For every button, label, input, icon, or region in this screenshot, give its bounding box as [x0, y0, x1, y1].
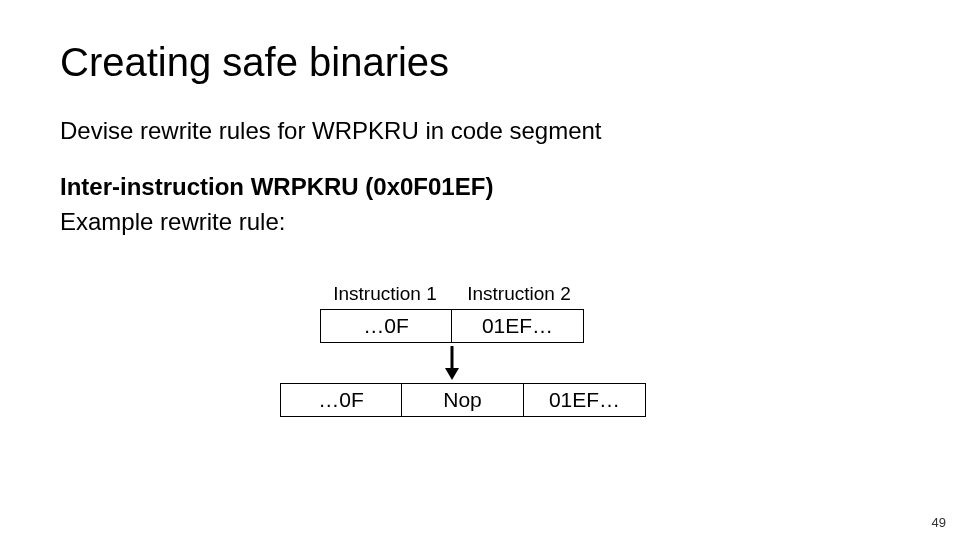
rewrite-diagram: Instruction 1 Instruction 2 …0F 01EF… …0…	[280, 283, 690, 417]
diagram-row-after: …0F Nop 01EF…	[280, 383, 690, 417]
cell-after-3: 01EF…	[524, 383, 646, 417]
cell-before-1: …0F	[320, 309, 452, 343]
label-instruction-2: Instruction 2	[454, 283, 584, 305]
body-line-1: Devise rewrite rules for WRPKRU in code …	[60, 115, 900, 147]
page-number: 49	[932, 515, 946, 530]
rewrite-arrow	[320, 343, 584, 383]
cell-after-1: …0F	[280, 383, 402, 417]
body-line-2-strong: Inter-instruction WRPKRU (0x0F01EF)	[60, 173, 493, 200]
svg-marker-1	[445, 368, 459, 380]
diagram-labels: Instruction 1 Instruction 2	[280, 283, 690, 305]
label-instruction-1: Instruction 1	[320, 283, 450, 305]
diagram-row-before: …0F 01EF…	[320, 309, 690, 343]
body-line-3: Example rewrite rule:	[60, 206, 900, 238]
cell-after-2: Nop	[402, 383, 524, 417]
arrow-down-icon	[442, 344, 462, 382]
slide-title: Creating safe binaries	[60, 40, 900, 85]
cell-before-2: 01EF…	[452, 309, 584, 343]
body-line-2: Inter-instruction WRPKRU (0x0F01EF)	[60, 171, 900, 203]
